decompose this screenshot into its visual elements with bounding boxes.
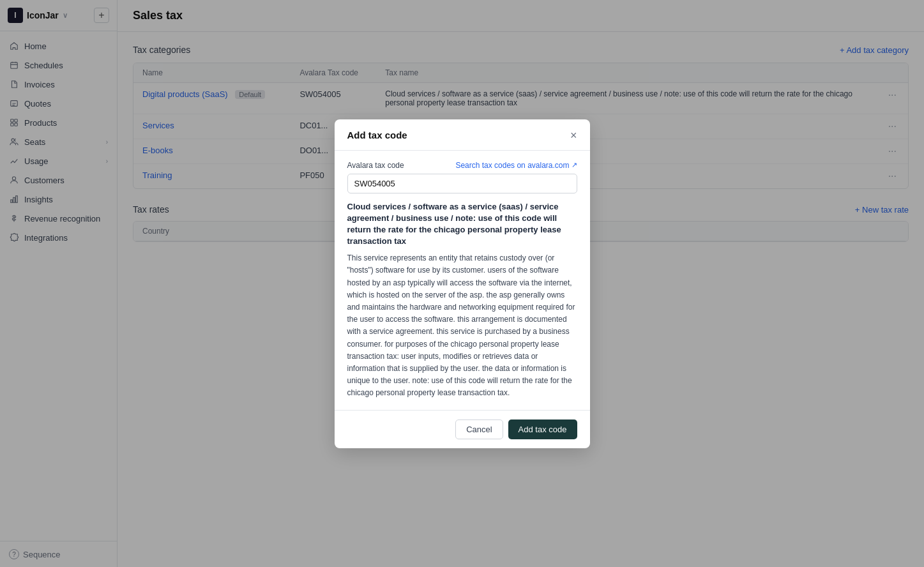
field-label-text: Avalara tax code xyxy=(347,161,404,170)
modal-overlay: Add tax code × Avalara tax code Search t… xyxy=(0,0,924,567)
avalara-link-text: Search tax codes on avalara.com xyxy=(455,161,569,170)
add-tax-code-modal: Add tax code × Avalara tax code Search t… xyxy=(335,119,590,448)
modal-close-button[interactable]: × xyxy=(570,130,577,141)
modal-description: Cloud services / software as a service (… xyxy=(347,201,577,400)
modal-body: Avalara tax code Search tax codes on ava… xyxy=(335,151,590,410)
cancel-button[interactable]: Cancel xyxy=(455,420,503,439)
avalara-search-link[interactable]: Search tax codes on avalara.com ↗ xyxy=(455,161,577,170)
add-tax-code-button[interactable]: Add tax code xyxy=(508,420,577,439)
modal-header: Add tax code × xyxy=(335,119,590,151)
external-link-icon: ↗ xyxy=(572,161,577,169)
desc-body: This service represents an entity that r… xyxy=(347,252,577,399)
tax-code-input[interactable] xyxy=(347,174,577,193)
field-label-row: Avalara tax code Search tax codes on ava… xyxy=(347,161,577,170)
modal-title: Add tax code xyxy=(347,130,407,140)
modal-footer: Cancel Add tax code xyxy=(335,410,590,448)
desc-heading: Cloud services / software as a service (… xyxy=(347,201,577,248)
